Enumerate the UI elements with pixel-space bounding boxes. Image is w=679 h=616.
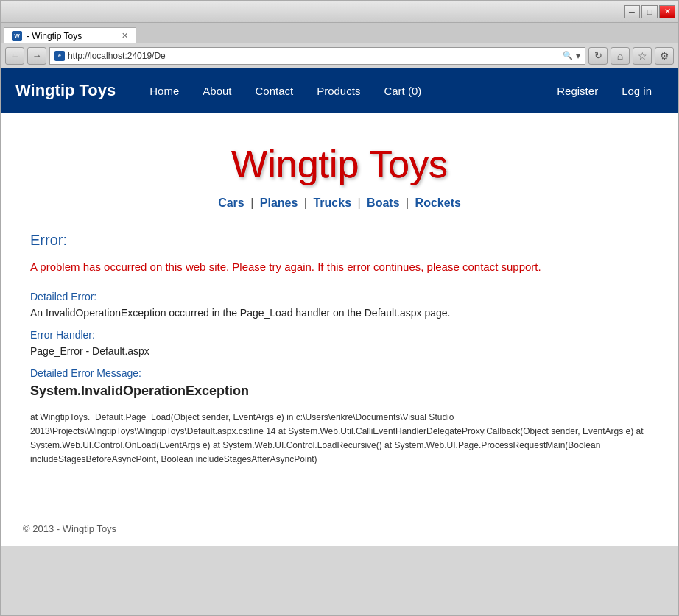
home-button[interactable]: ⌂ [611,47,630,65]
title-bar: ─ □ ✕ [1,1,678,23]
refresh-button[interactable]: ▾ [576,51,580,61]
minimize-button[interactable]: ─ [624,5,640,18]
nav-cart[interactable]: Cart (0) [372,68,433,113]
address-box[interactable]: e http://localhost:24019/De 🔍 ▾ [49,47,585,65]
cat-rockets[interactable]: Rockets [415,197,461,209]
browser-tab[interactable]: W - Wingtip Toys ✕ [4,27,136,43]
back-button[interactable]: ← [5,47,24,65]
site-footer: © 2013 - Wingtip Toys [1,511,678,546]
cat-trucks[interactable]: Trucks [313,197,351,209]
favorites-button[interactable]: ☆ [633,47,652,65]
category-links: Cars | Planes | Trucks | Boats | Rockets [30,197,649,210]
error-title: Error: [30,232,649,249]
nav-right: Register Log in [545,68,664,113]
tab-favicon: W [12,31,22,41]
tab-close-button[interactable]: ✕ [122,31,128,40]
error-section: Error: A problem has occurred on this we… [30,224,649,474]
error-message-value: System.InvalidOperationException [30,383,649,399]
cat-sep-4: | [406,197,409,209]
address-text: http://localhost:24019/De [68,51,557,61]
cat-sep-3: | [357,197,360,209]
nav-home[interactable]: Home [138,68,191,113]
stack-trace: at WingtipToys._Default.Page_Load(Object… [30,411,649,467]
site-wrapper: Wingtip Toys Home About Contact Products… [1,68,678,546]
nav-products[interactable]: Products [305,68,372,113]
tab-bar: W - Wingtip Toys ✕ [1,23,678,43]
forward-button[interactable]: → [27,47,46,65]
error-message-label: Detailed Error Message: [30,367,649,379]
site-logo: Wingtip Toys [30,142,649,186]
detailed-error-label: Detailed Error: [30,291,649,302]
settings-button[interactable]: ⚙ [655,47,674,65]
nav-links: Home About Contact Products Cart (0) [138,68,545,113]
tab-title: - Wingtip Toys [27,31,82,41]
window-controls: ─ □ ✕ [624,5,675,18]
handler-value: Page_Error - Default.aspx [30,345,649,357]
restore-button[interactable]: □ [641,5,658,18]
cat-sep-1: | [250,197,253,209]
site-content: Wingtip Toys Cars | Planes | Trucks | Bo… [8,113,671,489]
cat-cars[interactable]: Cars [218,197,244,209]
nav-login[interactable]: Log in [610,68,664,113]
nav-contact[interactable]: Contact [243,68,305,113]
error-message: A problem has occurred on this web site.… [30,259,649,276]
close-button[interactable]: ✕ [659,5,675,18]
nav-register[interactable]: Register [545,68,610,113]
detailed-error-value: An InvalidOperationException occurred in… [30,307,649,319]
footer-text: © 2013 - Wingtip Toys [23,523,116,534]
handler-label: Error Handler: [30,329,649,341]
cat-planes[interactable]: Planes [260,197,298,209]
address-favicon: e [54,51,65,61]
cat-boats[interactable]: Boats [367,197,399,209]
search-icon[interactable]: 🔍 [563,51,573,60]
site-nav: Wingtip Toys Home About Contact Products… [1,68,678,113]
toolbar-right: ⌂ ☆ ⚙ [611,47,674,65]
nav-about[interactable]: About [191,68,243,113]
refresh-icon[interactable]: ↻ [588,47,608,65]
cat-sep-2: | [304,197,307,209]
browser-window: ─ □ ✕ W - Wingtip Toys ✕ ← → e http://lo… [0,0,679,616]
site-brand[interactable]: Wingtip Toys [15,81,116,100]
address-bar-row: ← → e http://localhost:24019/De 🔍 ▾ ↻ ⌂ … [1,43,678,68]
